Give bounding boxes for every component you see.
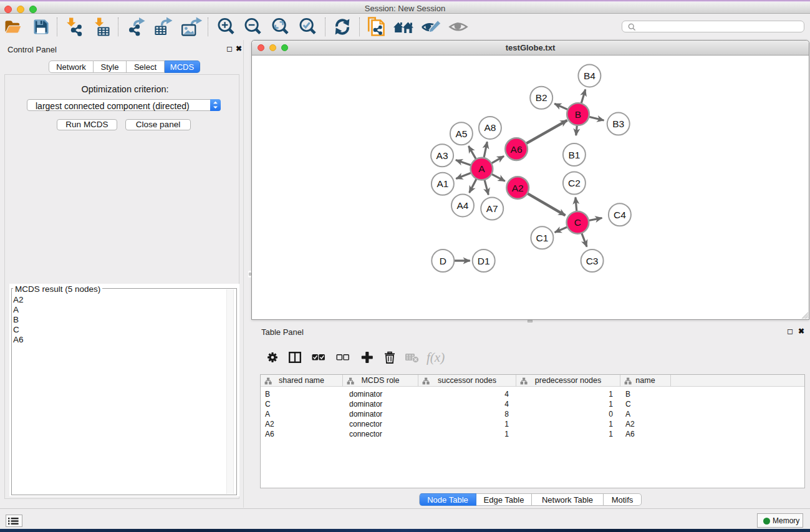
svg-text:A: A: [478, 163, 485, 174]
svg-text:A3: A3: [436, 150, 448, 161]
svg-text:B3: B3: [612, 118, 624, 129]
svg-text:D: D: [440, 256, 446, 266]
svg-text:B2: B2: [536, 92, 547, 103]
svg-text:A2: A2: [512, 183, 524, 193]
svg-text:C3: C3: [586, 256, 599, 266]
svg-text:A7: A7: [486, 203, 498, 214]
svg-text:A5: A5: [455, 128, 467, 139]
svg-text:C4: C4: [614, 210, 626, 220]
svg-text:A4: A4: [457, 200, 469, 211]
svg-text:A6: A6: [511, 144, 523, 155]
svg-text:B: B: [575, 109, 581, 120]
svg-text:D1: D1: [478, 256, 490, 266]
svg-text:B1: B1: [568, 150, 580, 160]
svg-text:C2: C2: [568, 178, 581, 188]
svg-text:B4: B4: [584, 70, 595, 81]
svg-text:C1: C1: [536, 233, 548, 243]
svg-text:A1: A1: [436, 178, 448, 189]
svg-text:C: C: [574, 217, 581, 228]
svg-text:A8: A8: [484, 122, 496, 133]
